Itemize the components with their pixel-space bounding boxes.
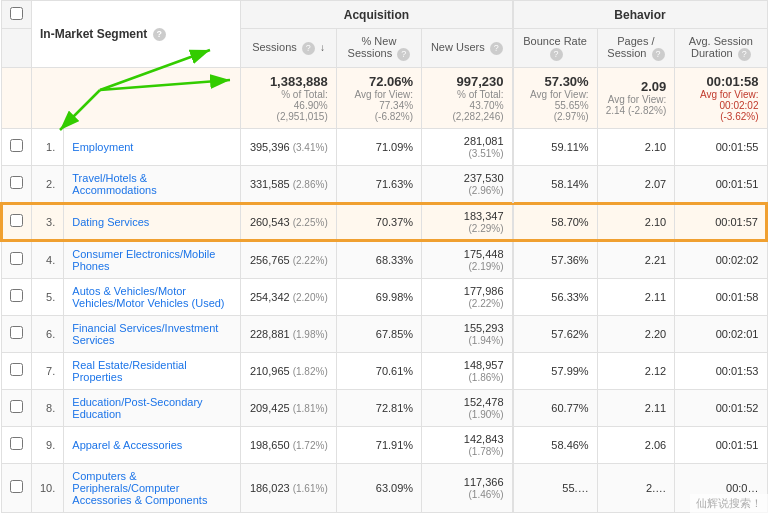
row-segment-name[interactable]: Consumer Electronics/Mobile Phones xyxy=(64,241,241,279)
totals-sessions: 1,383,888 % of Total: 46.90% (2,951,015) xyxy=(241,67,336,128)
row-pct-new: 67.85% xyxy=(336,315,421,352)
table-row: 4. Consumer Electronics/Mobile Phones 25… xyxy=(1,241,767,279)
row-rank: 5. xyxy=(32,278,64,315)
row-sessions: 210,965 (1.82%) xyxy=(241,352,336,389)
row-rank: 4. xyxy=(32,241,64,279)
sessions-header[interactable]: Sessions ? ↓ xyxy=(241,29,336,68)
row-pages-session: 2.10 xyxy=(597,128,675,165)
row-checkbox[interactable] xyxy=(1,278,32,315)
row-segment-name[interactable]: Autos & Vehicles/Motor Vehicles/Motor Ve… xyxy=(64,278,241,315)
row-checkbox[interactable] xyxy=(1,463,32,512)
sessions-sort-icon[interactable]: ↓ xyxy=(320,42,325,53)
row-bounce-rate: 57.36% xyxy=(513,241,598,279)
select-all-checkbox[interactable] xyxy=(1,1,32,29)
table-row: 9. Apparel & Accessories 198,650 (1.72%)… xyxy=(1,426,767,463)
row-avg-duration: 00:01:52 xyxy=(675,389,767,426)
table-row: 5. Autos & Vehicles/Motor Vehicles/Motor… xyxy=(1,278,767,315)
row-checkbox[interactable] xyxy=(1,352,32,389)
row-new-users: 281,081 (3.51%) xyxy=(422,128,513,165)
row-checkbox[interactable] xyxy=(1,128,32,165)
totals-checkbox-cell xyxy=(1,67,32,128)
row-bounce-rate: 60.77% xyxy=(513,389,598,426)
table-row: 3. Dating Services 260,543 (2.25%) 70.37… xyxy=(1,203,767,241)
row-segment-name[interactable]: Financial Services/Investment Services xyxy=(64,315,241,352)
row-new-users: 117,366 (1.46%) xyxy=(422,463,513,512)
row-pages-session: 2.06 xyxy=(597,426,675,463)
row-new-users: 177,986 (2.22%) xyxy=(422,278,513,315)
avg-session-duration-header[interactable]: Avg. SessionDuration ? xyxy=(675,29,767,68)
table-row: 1. Employment 395,396 (3.41%) 71.09% 281… xyxy=(1,128,767,165)
totals-avg-duration: 00:01:58 Avg for View: 00:02:02 (-3.62%) xyxy=(675,67,767,128)
bounce-rate-header[interactable]: Bounce Rate ? xyxy=(513,29,598,68)
row-segment-name[interactable]: Real Estate/Residential Properties xyxy=(64,352,241,389)
row-rank: 8. xyxy=(32,389,64,426)
row-segment-name[interactable]: Education/Post-Secondary Education xyxy=(64,389,241,426)
row-avg-duration: 00:01:55 xyxy=(675,128,767,165)
pct-new-sessions-header[interactable]: % New Sessions ? xyxy=(336,29,421,68)
row-pages-session: 2.10 xyxy=(597,203,675,241)
segment-help-icon[interactable]: ? xyxy=(153,28,166,41)
row-rank: 1. xyxy=(32,128,64,165)
row-checkbox[interactable] xyxy=(1,426,32,463)
new-users-header[interactable]: New Users ? xyxy=(422,29,513,68)
row-segment-name[interactable]: Apparel & Accessories xyxy=(64,426,241,463)
row-pages-session: 2.11 xyxy=(597,278,675,315)
row-segment-name[interactable]: Travel/Hotels & Accommodations xyxy=(64,165,241,203)
totals-new-users: 997,230 % of Total: 43.70% (2,282,246) xyxy=(422,67,513,128)
table-row: 7. Real Estate/Residential Properties 21… xyxy=(1,352,767,389)
row-rank: 9. xyxy=(32,426,64,463)
avg-duration-help-icon[interactable]: ? xyxy=(738,48,751,61)
row-rank: 6. xyxy=(32,315,64,352)
pages-session-header[interactable]: Pages /Session ? xyxy=(597,29,675,68)
row-pct-new: 68.33% xyxy=(336,241,421,279)
row-checkbox[interactable] xyxy=(1,165,32,203)
pages-session-help-icon[interactable]: ? xyxy=(652,48,665,61)
row-pages-session: 2.11 xyxy=(597,389,675,426)
row-avg-duration: 00:01:57 xyxy=(675,203,767,241)
row-sessions: 395,396 (3.41%) xyxy=(241,128,336,165)
row-avg-duration: 00:01:53 xyxy=(675,352,767,389)
totals-bounce-rate: 57.30% Avg for View: 55.65% (2.97%) xyxy=(513,67,598,128)
row-new-users: 183,347 (2.29%) xyxy=(422,203,513,241)
row-new-users: 237,530 (2.96%) xyxy=(422,165,513,203)
behavior-group-header: Behavior xyxy=(513,1,767,29)
row-avg-duration: 00:02:01 xyxy=(675,315,767,352)
row-segment-name[interactable]: Employment xyxy=(64,128,241,165)
row-pct-new: 69.98% xyxy=(336,278,421,315)
row-pct-new: 70.61% xyxy=(336,352,421,389)
row-avg-duration: 00:01:51 xyxy=(675,426,767,463)
row-checkbox[interactable] xyxy=(1,315,32,352)
row-pages-session: 2.… xyxy=(597,463,675,512)
row-rank: 7. xyxy=(32,352,64,389)
row-pct-new: 72.81% xyxy=(336,389,421,426)
row-pct-new: 71.63% xyxy=(336,165,421,203)
row-pct-new: 70.37% xyxy=(336,203,421,241)
row-bounce-rate: 59.11% xyxy=(513,128,598,165)
row-pct-new: 71.09% xyxy=(336,128,421,165)
row-checkbox[interactable] xyxy=(1,241,32,279)
totals-label-cell xyxy=(32,67,241,128)
row-segment-name[interactable]: Computers & Peripherals/Computer Accesso… xyxy=(64,463,241,512)
bounce-rate-help-icon[interactable]: ? xyxy=(550,48,563,61)
pct-new-help-icon[interactable]: ? xyxy=(397,48,410,61)
row-rank: 3. xyxy=(32,203,64,241)
row-bounce-rate: 57.99% xyxy=(513,352,598,389)
row-avg-duration: 00:01:58 xyxy=(675,278,767,315)
row-checkbox[interactable] xyxy=(1,203,32,241)
new-users-help-icon[interactable]: ? xyxy=(490,42,503,55)
row-pages-session: 2.07 xyxy=(597,165,675,203)
row-sessions: 331,585 (2.86%) xyxy=(241,165,336,203)
row-checkbox[interactable] xyxy=(1,389,32,426)
row-pct-new: 63.09% xyxy=(336,463,421,512)
totals-pct-new: 72.06% Avg for View: 77.34% (-6.82%) xyxy=(336,67,421,128)
row-pages-session: 2.12 xyxy=(597,352,675,389)
sessions-help-icon[interactable]: ? xyxy=(302,42,315,55)
row-pages-session: 2.20 xyxy=(597,315,675,352)
segment-column-header: In-Market Segment ? xyxy=(32,1,241,68)
row-segment-name[interactable]: Dating Services xyxy=(64,203,241,241)
row-bounce-rate: 57.62% xyxy=(513,315,598,352)
totals-pages-session: 2.09 Avg for View: 2.14 (-2.82%) xyxy=(597,67,675,128)
row-sessions: 260,543 (2.25%) xyxy=(241,203,336,241)
table-row: 2. Travel/Hotels & Accommodations 331,58… xyxy=(1,165,767,203)
row-sessions: 198,650 (1.72%) xyxy=(241,426,336,463)
